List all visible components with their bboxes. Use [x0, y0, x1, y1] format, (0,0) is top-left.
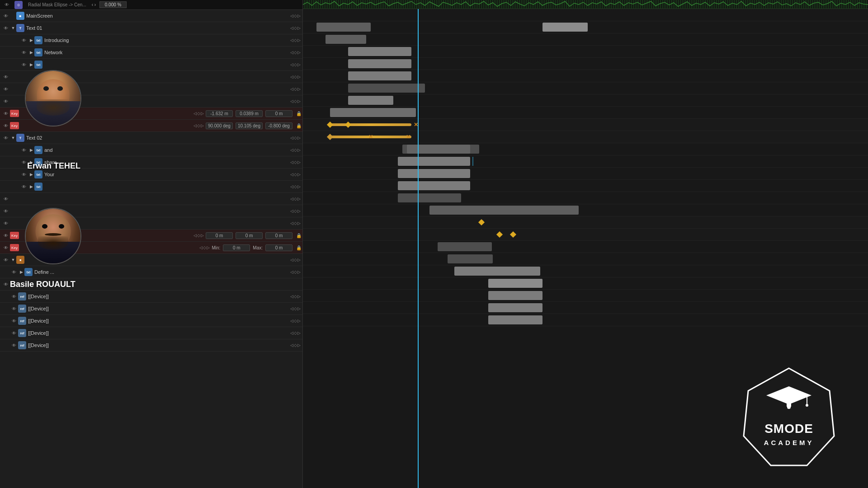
tl-block-mainscreen2[interactable]: [542, 23, 588, 32]
eye-and[interactable]: 👁: [20, 146, 28, 154]
tl-block-device1[interactable]: [488, 279, 542, 288]
layer-network[interactable]: 👁 ▶ txt Network ◁ ◇ ▷: [0, 47, 302, 59]
playhead[interactable]: [418, 9, 419, 488]
eye-blank4[interactable]: 👁: [2, 195, 10, 203]
layer-text01[interactable]: 👁 ▼ T Text 01 ◁ ◇ ▷: [0, 22, 302, 34]
tl-block-blank1[interactable]: [348, 71, 411, 80]
eye-kf3[interactable]: 👁: [2, 231, 10, 239]
tl-block-compose2[interactable]: [448, 254, 493, 263]
expand-txt4[interactable]: ▶: [28, 183, 34, 190]
tl-block-large1[interactable]: [330, 108, 416, 117]
blank6-arrows[interactable]: ◁ ◇ ▷: [290, 221, 301, 225]
expand-define[interactable]: ▶: [18, 269, 24, 275]
eye-network[interactable]: 👁: [20, 48, 28, 56]
eye-mainscreen[interactable]: 👁: [2, 12, 10, 20]
lock-icon1[interactable]: 🔒: [295, 110, 302, 117]
device4-arrows[interactable]: ◁ ◇ ▷: [290, 331, 301, 335]
layer-text02[interactable]: 👁 ▼ T Text 02 ◁ ◇ ▷: [0, 132, 302, 144]
blank2-arrows[interactable]: ◁ ◇ ▷: [290, 87, 301, 91]
diamond3[interactable]: [327, 134, 333, 140]
layer-define[interactable]: 👁 ▶ txt Define ... ◁ ◇ ▷: [0, 266, 302, 278]
diamond2[interactable]: [345, 122, 351, 128]
lock-icon2[interactable]: 🔒: [295, 122, 302, 129]
kf1-val3[interactable]: 0 m: [265, 110, 292, 117]
eye-device1[interactable]: 👁: [10, 292, 18, 300]
arr-right[interactable]: ▷: [297, 14, 301, 18]
layer-device5[interactable]: 👁 ref [[Device]] ◁ ◇ ▷: [0, 339, 302, 352]
eye-introducing[interactable]: 👁: [20, 36, 28, 44]
share-arrows[interactable]: ◁ ◇ ▷: [290, 160, 301, 164]
eye-kf4[interactable]: 👁: [2, 244, 10, 252]
kf3-val1[interactable]: 0 m: [206, 232, 233, 239]
kf1-nav[interactable]: ◁ ◇ ▷: [193, 111, 204, 116]
tl-block-device2[interactable]: [488, 291, 542, 300]
expand-your[interactable]: ▶: [28, 171, 34, 178]
kf2-val1[interactable]: 90.000 deg: [206, 122, 233, 129]
diamond-kf4b[interactable]: [510, 231, 516, 238]
kf3-val2[interactable]: 0 m: [236, 232, 263, 239]
expand-and[interactable]: ▶: [28, 147, 34, 153]
eye-device2[interactable]: 👁: [10, 305, 18, 313]
eye-txt3[interactable]: 👁: [20, 61, 28, 69]
kf2-nav[interactable]: ◁ ◇ ▷: [193, 123, 204, 128]
tl-block-introducing[interactable]: [348, 47, 411, 56]
eye-text02[interactable]: 👁: [2, 134, 10, 142]
tl-block-long1[interactable]: [429, 206, 579, 215]
device2-arrows[interactable]: ◁ ◇ ▷: [290, 306, 301, 311]
tl-block-device3[interactable]: [488, 303, 542, 312]
blank3-arrows[interactable]: ◁ ◇ ▷: [290, 99, 301, 103]
eye-device5[interactable]: 👁: [10, 341, 18, 349]
eye-toggle-top[interactable]: 👁: [3, 1, 11, 9]
kf1-val2[interactable]: 0.0389 m: [236, 110, 263, 117]
nav-arrows[interactable]: ‹ ›: [92, 2, 96, 7]
layer-device4[interactable]: 👁 ref [[Device]] ◁ ◇ ▷: [0, 327, 302, 339]
eye-blank3[interactable]: 👁: [2, 97, 10, 105]
layer-mainscreen[interactable]: 👁 ■ MainScreen ◁ ◇ ▷: [0, 10, 302, 22]
diamond1[interactable]: [327, 122, 333, 128]
txt3-arrows[interactable]: ◁ ◇ ▷: [290, 62, 301, 67]
tl-block-compose3[interactable]: [454, 267, 540, 276]
mainscreen-arrows[interactable]: ◁ ◇ ▷: [290, 14, 301, 18]
tl-block-txt4[interactable]: [398, 193, 461, 202]
device3-arrows[interactable]: ◁ ◇ ▷: [290, 319, 301, 323]
text02-arrows[interactable]: ◁ ◇ ▷: [290, 136, 301, 140]
eye-blank6[interactable]: 👁: [2, 219, 10, 227]
text01-arrows[interactable]: ◁ ◇ ▷: [290, 26, 301, 30]
blank4-arrows[interactable]: ◁ ◇ ▷: [290, 197, 301, 201]
layer-device1[interactable]: 👁 ref [[Device]] ◁ ◇ ▷: [0, 291, 302, 303]
x-mark2[interactable]: ✕: [368, 134, 373, 140]
introducing-arrows[interactable]: ◁ ◇ ▷: [290, 38, 301, 42]
eye-kf2[interactable]: 👁: [2, 122, 10, 130]
your-arrows[interactable]: ◁ ◇ ▷: [290, 172, 301, 177]
kf4-nav[interactable]: ◁ ◇ ▷: [199, 245, 210, 250]
kf3-nav[interactable]: ◁ ◇ ▷: [193, 233, 204, 238]
tl-block-network[interactable]: [348, 59, 411, 68]
and-arrows[interactable]: ◁ ◇ ▷: [290, 148, 301, 152]
tl-block-device4[interactable]: [488, 315, 542, 324]
kf1-val1[interactable]: -1.632 m: [206, 110, 233, 117]
layer-and[interactable]: 👁 ▶ txt and ◁ ◇ ▷: [0, 144, 302, 156]
tl-block-blank3[interactable]: [348, 96, 393, 105]
eye-blank1[interactable]: 👁: [2, 73, 10, 81]
tl-block-text01[interactable]: [326, 35, 366, 44]
kf4-val2[interactable]: 0 m: [265, 244, 292, 251]
expand-text02[interactable]: ▼: [10, 135, 16, 141]
arr-diamond[interactable]: ◇: [294, 14, 297, 18]
kf2-val3[interactable]: -0.800 deg: [265, 122, 292, 129]
layer-device3[interactable]: 👁 ref [[Device]] ◁ ◇ ▷: [0, 315, 302, 327]
blank5-arrows[interactable]: ◁ ◇ ▷: [290, 209, 301, 213]
layer-introducing[interactable]: 👁 ▶ txt Introducing ◁ ◇ ▷: [0, 34, 302, 47]
expand-introducing[interactable]: ▶: [28, 37, 34, 43]
tl-block-blank2[interactable]: [348, 84, 425, 93]
eye-blank2[interactable]: 👁: [2, 85, 10, 93]
kf2-val2[interactable]: 10.105 deg: [236, 122, 263, 129]
expand-text01[interactable]: ▼: [10, 25, 16, 31]
eye-device4[interactable]: 👁: [10, 329, 18, 337]
blank1-arrows[interactable]: ◁ ◇ ▷: [290, 75, 301, 79]
eye-txt4[interactable]: 👁: [20, 183, 28, 191]
eye-compose[interactable]: 👁: [2, 256, 10, 264]
tl-block-your[interactable]: [398, 181, 470, 190]
eye-basile[interactable]: 👁: [2, 280, 10, 288]
kf4-val1[interactable]: 0 m: [223, 244, 250, 251]
expand-compose[interactable]: ▼: [10, 257, 16, 263]
